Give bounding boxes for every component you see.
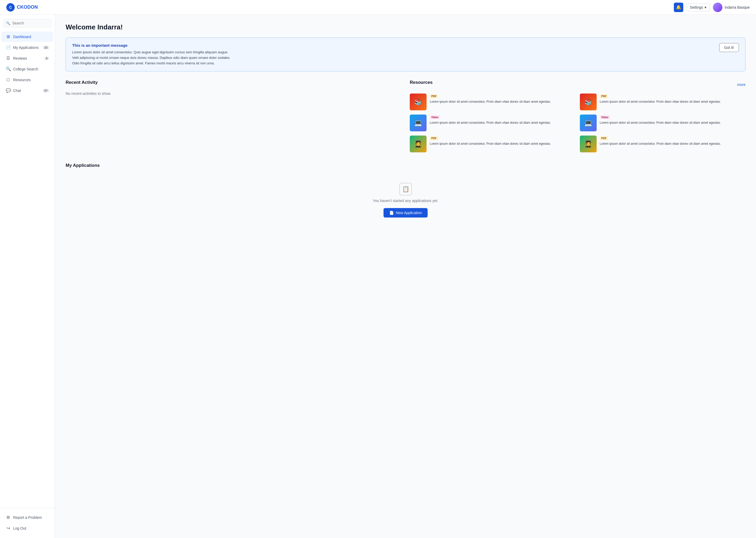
recent-activity-title: Recent Activity	[66, 80, 402, 85]
chevron-down-icon: ▾	[705, 5, 706, 10]
sidebar-bottom: ⚙ Report a Problem ↪ Log Out	[0, 508, 55, 534]
search-icon: 🔍	[6, 21, 10, 25]
resource-item: 📚 PDF Lorem ipsum dolor sit amet consect…	[410, 93, 576, 110]
resource-thumbnail: 📚	[410, 93, 427, 110]
alert-body: Lorem ipsum dolor sit amet consectetur. …	[72, 50, 230, 66]
resource-text: Lorem ipsum dolor sit amet consectetur. …	[430, 141, 551, 146]
resources-more-link[interactable]: more	[737, 82, 745, 87]
resource-badge-pdf: PDF	[430, 94, 438, 98]
resource-badge-pdf: PDF	[430, 136, 438, 140]
resources-icon: ⬡	[6, 77, 11, 82]
logo-icon: C	[6, 3, 15, 12]
resource-text: Lorem ipsum dolor sit amet consectetur. …	[430, 99, 551, 104]
sidebar-item-chat[interactable]: 💬 Chat 57	[2, 85, 53, 96]
resource-thumbnail: 💻	[580, 115, 597, 131]
resources-grid: 📚 PDF Lorem ipsum dolor sit amet consect…	[410, 93, 745, 152]
books-icon: 📚	[410, 93, 427, 110]
notification-button[interactable]: 🔔	[674, 3, 683, 12]
main-content: Welcome Indarra! This is an important me…	[55, 15, 756, 538]
my-applications-title: My Applications	[66, 163, 745, 168]
sidebar-item-dashboard[interactable]: ⊞ Dashboard	[2, 31, 53, 42]
resource-info: PDF Lorem ipsum dolor sit amet consectet…	[430, 93, 551, 104]
page-title: Welcome Indarra!	[66, 23, 745, 31]
resource-thumbnail: 🧑‍🎓	[580, 135, 597, 152]
my-applications-badge: 10	[43, 46, 49, 49]
resource-thumbnail: 📚	[580, 93, 597, 110]
recent-activity-section: Recent Activity No recent activities to …	[66, 80, 402, 152]
nav-items: ⊞ Dashboard 📄 My Applications 10 ☰ Revie…	[0, 31, 55, 96]
resource-badge-pdf: PDF	[600, 136, 608, 140]
file-icon: 📄	[6, 45, 11, 50]
resources-section: Resources more 📚 PDF Lorem ipsum dolor s…	[410, 80, 745, 152]
resource-item: 💻 Video Lorem ipsum dolor sit amet conse…	[580, 115, 746, 131]
sidebar-item-label: Reviews	[13, 56, 27, 60]
topnav-right: 🔔 Settings ▾ Indarra Basque	[674, 3, 750, 12]
books-icon: 📚	[580, 93, 597, 110]
resource-item: 📚 PDF Lorem ipsum dolor sit amet consect…	[580, 93, 746, 110]
new-app-label: New Application	[396, 211, 422, 215]
alert-title: This is an important message	[72, 43, 230, 48]
sidebar-item-my-applications[interactable]: 📄 My Applications 10	[2, 42, 53, 53]
sidebar-item-label: My Applications	[13, 45, 39, 50]
sidebar-item-resources[interactable]: ⬡ Resources	[2, 75, 53, 85]
sidebar-item-college-search[interactable]: 🔍 College Search	[2, 64, 53, 74]
resource-info: PDF Lorem ipsum dolor sit amet consectet…	[430, 135, 551, 146]
settings-button[interactable]: Settings ▾	[686, 3, 710, 11]
resource-thumbnail: 🧑‍🎓	[410, 135, 427, 152]
sidebar-item-label: Log Out	[13, 526, 26, 530]
avatar-image	[713, 3, 722, 12]
person-icon: 🧑‍🎓	[580, 135, 597, 152]
laptop-icon: 💻	[580, 115, 597, 131]
sidebar: 🔍 ⊞ Dashboard 📄 My Applications 10 ☰ Rev…	[0, 15, 55, 538]
empty-apps-icon: 📋	[399, 183, 412, 195]
sidebar-item-label: College Search	[13, 67, 38, 71]
alert-content: This is an important message Lorem ipsum…	[72, 43, 230, 66]
layout: 🔍 ⊞ Dashboard 📄 My Applications 10 ☰ Rev…	[0, 15, 756, 538]
top-nav: C CKODON 🔔 Settings ▾ Indarra Basque	[0, 0, 756, 15]
search-box[interactable]: 🔍	[3, 19, 52, 27]
my-applications-section: My Applications 📋 You haven't started an…	[66, 163, 745, 224]
got-it-button[interactable]: Got it!	[719, 43, 739, 52]
report-icon: ⚙	[6, 515, 11, 520]
resource-text: Lorem ipsum dolor sit amet consectetur. …	[600, 141, 721, 146]
laptop-icon: 💻	[410, 115, 427, 131]
dashboard-icon: ⊞	[6, 34, 11, 39]
resource-text: Lorem ipsum dolor sit amet consectetur. …	[600, 120, 721, 125]
resource-info: PDF Lorem ipsum dolor sit amet consectet…	[600, 135, 721, 146]
chat-badge: 57	[43, 89, 49, 92]
chat-icon: 💬	[6, 88, 11, 93]
reviews-badge: 6	[44, 56, 49, 60]
logo-text: CKODON	[17, 4, 38, 10]
person-icon: 🧑‍🎓	[410, 135, 427, 152]
sidebar-item-report-problem[interactable]: ⚙ Report a Problem	[2, 512, 53, 522]
apps-empty: 📋 You haven't started any applications y…	[66, 172, 745, 224]
sidebar-item-log-out[interactable]: ↪ Log Out	[2, 523, 53, 533]
avatar	[713, 3, 722, 12]
two-col-section: Recent Activity No recent activities to …	[66, 80, 745, 152]
sidebar-item-reviews[interactable]: ☰ Reviews 6	[2, 53, 53, 63]
resource-thumbnail: 💻	[410, 115, 427, 131]
resources-header: Resources more	[410, 80, 745, 89]
resource-text: Lorem ipsum dolor sit amet consectetur. …	[600, 99, 721, 104]
resource-info: Video Lorem ipsum dolor sit amet consect…	[600, 115, 721, 125]
sidebar-item-label: Dashboard	[13, 35, 31, 39]
resources-title: Resources	[410, 80, 433, 85]
sidebar-item-label: Resources	[13, 78, 31, 82]
new-app-icon: 📄	[389, 211, 394, 215]
sidebar-item-label: Report a Problem	[13, 515, 42, 519]
user-name: Indarra Basque	[725, 5, 750, 10]
logout-icon: ↪	[6, 526, 11, 531]
resource-badge-pdf: PDF	[600, 94, 608, 98]
resource-badge-video: Video	[600, 115, 610, 119]
logo[interactable]: C CKODON	[6, 3, 38, 12]
search-input[interactable]	[12, 21, 49, 25]
settings-label: Settings	[690, 5, 703, 10]
user-area: Indarra Basque	[713, 3, 750, 12]
college-search-icon: 🔍	[6, 67, 11, 72]
resource-item: 🧑‍🎓 PDF Lorem ipsum dolor sit amet conse…	[580, 135, 746, 152]
resource-item: 🧑‍🎓 PDF Lorem ipsum dolor sit amet conse…	[410, 135, 576, 152]
resource-text: Lorem ipsum dolor sit amet consectetur. …	[430, 120, 551, 125]
sidebar-item-label: Chat	[13, 88, 21, 93]
reviews-icon: ☰	[6, 56, 11, 61]
new-application-button[interactable]: 📄 New Application	[384, 208, 428, 218]
